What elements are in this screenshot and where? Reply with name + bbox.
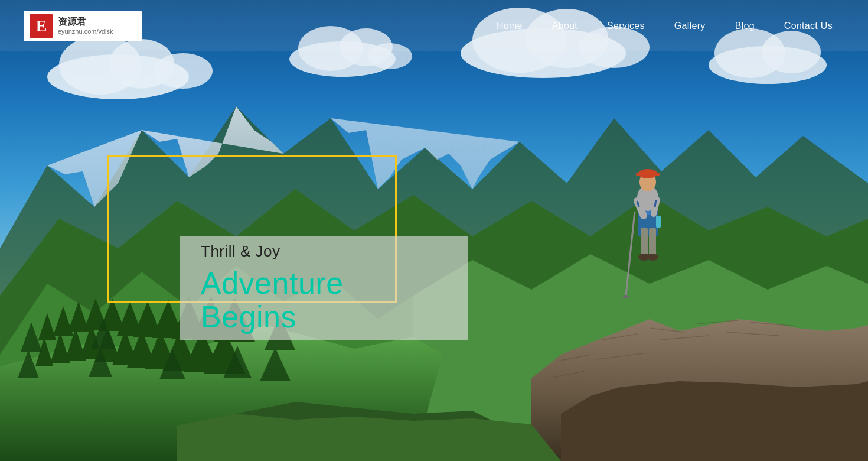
svg-point-4 (154, 53, 213, 89)
hero-section: E 资源君 eyunzhu.com/vdisk Home About Servi… (0, 0, 868, 461)
nav-blog[interactable]: Blog (723, 16, 766, 36)
svg-point-79 (647, 254, 658, 261)
logo-url: eyunzhu.com/vdisk (58, 28, 113, 35)
logo-chinese: 资源君 (58, 16, 113, 27)
hero-headline: Adventure Begins (201, 267, 448, 334)
nav-home[interactable]: Home (485, 16, 534, 36)
nav-about[interactable]: About (540, 16, 589, 36)
svg-rect-77 (649, 228, 656, 257)
svg-marker-64 (561, 381, 868, 461)
svg-rect-76 (641, 228, 648, 257)
svg-point-81 (623, 295, 629, 298)
svg-line-83 (655, 200, 656, 207)
nav-services[interactable]: Services (595, 16, 657, 36)
logo-letter: E (30, 14, 53, 38)
nav-gallery[interactable]: Gallery (663, 16, 717, 36)
svg-rect-69 (656, 216, 661, 228)
logo-text: 资源君 eyunzhu.com/vdisk (58, 16, 113, 35)
nav-links: Home About Services Gallery Blog Contact… (485, 16, 844, 36)
hero-text-box: Thrill & Joy Adventure Begins (180, 236, 468, 340)
nav-contact[interactable]: Contact Us (772, 16, 844, 36)
logo[interactable]: E 资源君 eyunzhu.com/vdisk (24, 11, 142, 41)
hero-tagline: Thrill & Joy (201, 242, 448, 261)
navbar: E 资源君 eyunzhu.com/vdisk Home About Servi… (0, 0, 868, 51)
svg-rect-75 (636, 173, 660, 176)
